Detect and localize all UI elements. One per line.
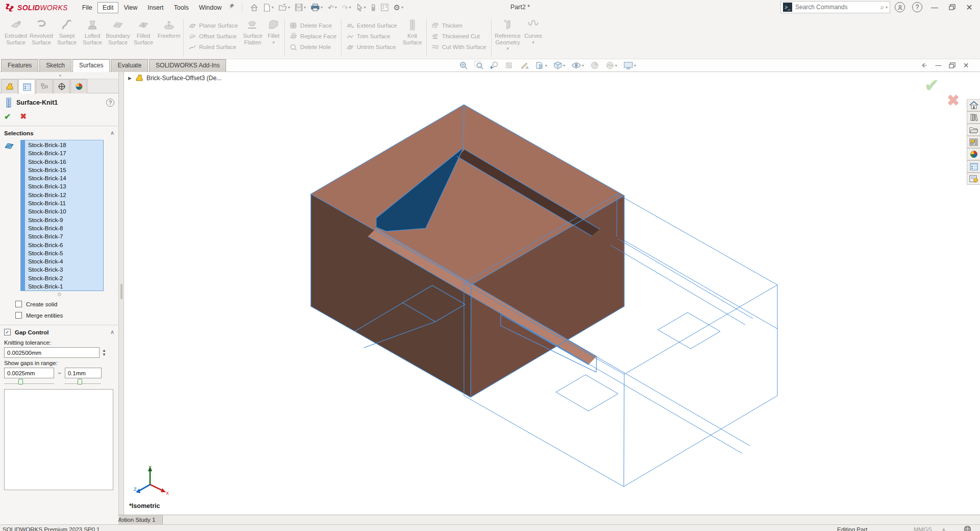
selection-item[interactable]: Stock-Brick-18: [25, 141, 103, 149]
boundary-surface-button[interactable]: Boundary Surface: [105, 17, 131, 59]
offset-surface-button[interactable]: Offset Surface: [185, 31, 241, 41]
gap-max-input[interactable]: [65, 368, 102, 378]
doc-restore-button[interactable]: [945, 60, 959, 70]
selection-item[interactable]: Stock-Brick-3: [25, 266, 103, 274]
open-button[interactable]: ▾: [277, 3, 291, 13]
selection-item[interactable]: Stock-Brick-13: [25, 182, 103, 190]
selection-item[interactable]: Stock-Brick-11: [25, 199, 103, 207]
panel-splitter[interactable]: [119, 72, 124, 515]
confirmation-accept-button[interactable]: ✔: [924, 75, 939, 95]
ruled-surface-button[interactable]: Ruled Surface: [185, 41, 241, 52]
search-caret-icon[interactable]: ▾: [886, 5, 888, 10]
lofted-surface-button[interactable]: Lofted Surface: [80, 17, 105, 59]
save-button[interactable]: ▾: [293, 3, 307, 12]
task-pane-home-button[interactable]: [967, 99, 980, 111]
selection-toggle-button[interactable]: [370, 3, 377, 13]
pm-ok-button[interactable]: ✔: [4, 112, 11, 122]
merge-entities-checkbox[interactable]: [15, 312, 22, 319]
thickened-cut-button[interactable]: Thickened Cut: [428, 31, 489, 41]
save-caret-icon[interactable]: ▾: [304, 5, 306, 10]
select-tool-button[interactable]: ▾: [355, 3, 368, 12]
options-caret-icon[interactable]: ▾: [401, 5, 403, 10]
doc-close-button[interactable]: ✕: [959, 60, 973, 70]
selection-item[interactable]: Stock-Brick-16: [25, 158, 103, 166]
curves-caret-icon[interactable]: ▼: [531, 40, 535, 45]
selection-item[interactable]: Stock-Brick-8: [25, 224, 103, 232]
selection-item[interactable]: Stock-Brick-6: [25, 241, 103, 249]
reference-geometry-caret-icon[interactable]: ▼: [506, 46, 510, 51]
gap-max-slider-track[interactable]: [64, 383, 101, 384]
appearances-button[interactable]: [967, 148, 980, 160]
undo-button[interactable]: ↶▾: [326, 3, 338, 13]
tab-features[interactable]: Features: [1, 59, 38, 72]
selection-item[interactable]: Stock-Brick-14: [25, 174, 103, 182]
dynamic-annotation-button[interactable]: A: [519, 60, 531, 71]
menu-window[interactable]: Window: [194, 2, 227, 13]
selection-item[interactable]: Stock-Brick-1: [25, 282, 103, 291]
design-library-button[interactable]: [967, 111, 980, 124]
search-icon[interactable]: ⌕: [880, 3, 884, 11]
tree-expand-icon[interactable]: ▶: [128, 76, 132, 81]
display-style-caret-icon[interactable]: ▾: [563, 63, 565, 68]
menu-edit[interactable]: Edit: [97, 2, 119, 13]
freeform-button[interactable]: Freeform: [156, 17, 182, 59]
display-style-button[interactable]: ▾: [552, 60, 567, 71]
redo-caret-icon[interactable]: ▾: [349, 5, 351, 10]
fillet-button[interactable]: Fillet▼: [264, 17, 283, 59]
extend-surface-button[interactable]: Extend Surface: [343, 20, 400, 31]
select-caret-icon[interactable]: ▾: [364, 5, 366, 10]
selection-item[interactable]: Stock-Brick-12: [25, 191, 103, 199]
fillet-caret-icon[interactable]: ▼: [272, 40, 276, 45]
cut-with-surface-button[interactable]: Cut With Surface: [428, 41, 489, 52]
curves-button[interactable]: Curves▼: [523, 17, 544, 59]
view-orientation-button[interactable]: ▾: [534, 60, 549, 71]
hide-show-caret-icon[interactable]: ▾: [582, 63, 584, 68]
selections-collapse-icon[interactable]: ∧: [110, 130, 114, 136]
tab-evaluate[interactable]: Evaluate: [111, 59, 148, 72]
previous-view-button[interactable]: [488, 60, 500, 71]
zoom-to-fit-button[interactable]: [457, 60, 470, 71]
help-button[interactable]: ?: [910, 1, 925, 13]
swept-surface-button[interactable]: Swept Surface: [54, 17, 80, 59]
selection-item[interactable]: Stock-Brick-5: [25, 249, 103, 257]
filled-surface-button[interactable]: Filled Surface: [131, 17, 156, 59]
gap-min-slider-track[interactable]: [4, 383, 54, 384]
configuration-manager-tab[interactable]: [36, 79, 53, 93]
menu-insert[interactable]: Insert: [142, 2, 168, 13]
view-settings-button[interactable]: ▾: [622, 60, 638, 71]
search-input[interactable]: [795, 4, 880, 11]
file-explorer-button[interactable]: [967, 124, 980, 136]
gap-control-checkbox[interactable]: ✓: [4, 329, 11, 335]
dock-icon[interactable]: [918, 60, 932, 70]
list-resize-handle[interactable]: [58, 293, 61, 296]
delete-hole-button[interactable]: Delete Hole: [286, 41, 339, 52]
menu-tools[interactable]: Tools: [169, 2, 194, 13]
cam-tab-button[interactable]: [967, 173, 980, 185]
panel-splitter-strip[interactable]: [0, 72, 118, 79]
selection-item[interactable]: Stock-Brick-15: [25, 166, 103, 174]
display-manager-tab[interactable]: [70, 79, 87, 93]
tab-solidworks-addins[interactable]: SOLIDWORKS Add-Ins: [149, 59, 226, 72]
create-solid-row[interactable]: Create solid: [15, 301, 118, 307]
gap-min-slider-thumb[interactable]: [18, 379, 23, 384]
thicken-button[interactable]: Thicken: [428, 20, 489, 31]
property-sheet-button[interactable]: [379, 3, 390, 12]
graphics-viewport[interactable]: ▶ Brick-Surface-Offset3 (De... ✔ ✖ Y: [124, 72, 980, 515]
search-commands-box[interactable]: >_ ⌕ ▾: [780, 1, 890, 13]
account-button[interactable]: [892, 1, 908, 13]
redo-button[interactable]: ↷▾: [340, 3, 353, 13]
flyout-feature-tree[interactable]: ▶ Brick-Surface-Offset3 (De...: [128, 74, 222, 82]
feature-manager-tab[interactable]: [1, 79, 18, 93]
home-button[interactable]: [249, 3, 260, 13]
menu-file[interactable]: File: [77, 2, 97, 13]
untrim-surface-button[interactable]: Untrim Surface: [343, 41, 400, 52]
menu-view[interactable]: View: [118, 2, 142, 13]
search-scope-icon[interactable]: >_: [783, 3, 792, 12]
trim-surface-button[interactable]: Trim Surface: [343, 31, 400, 41]
edit-appearance-button[interactable]: [589, 60, 601, 71]
selection-listbox[interactable]: Stock-Brick-18Stock-Brick-17Stock-Brick-…: [20, 140, 104, 291]
doc-minimize-button[interactable]: —: [932, 60, 945, 70]
extruded-surface-button[interactable]: Extruded Surface: [3, 17, 29, 59]
replace-face-button[interactable]: Replace Face: [286, 31, 339, 41]
view-palette-button[interactable]: [967, 136, 980, 148]
